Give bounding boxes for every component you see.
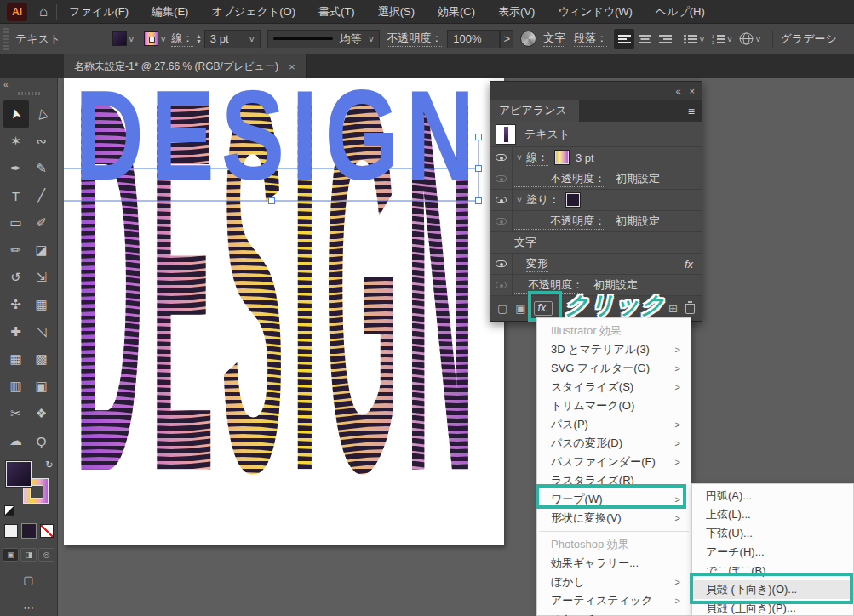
- opacity-label[interactable]: 不透明度：: [513, 171, 605, 187]
- stroke-opacity-row[interactable]: 不透明度： 初期設定: [490, 168, 702, 190]
- visibility-toggle[interactable]: [490, 147, 513, 168]
- hand-tool[interactable]: ❖: [29, 400, 54, 427]
- delete-item-button[interactable]: [685, 304, 695, 314]
- graph-tool[interactable]: ▥: [3, 373, 29, 400]
- menubar-item[interactable]: ファイル(F): [69, 4, 129, 20]
- eraser-tool[interactable]: ◪: [29, 237, 54, 264]
- width-tool[interactable]: ✣: [3, 291, 29, 318]
- none-button[interactable]: [40, 524, 54, 538]
- numbered-list-dropdown[interactable]: 12 ˅: [712, 34, 732, 44]
- shape-builder-tool[interactable]: ✚: [3, 318, 29, 345]
- symbol-sprayer-tool[interactable]: ☁: [3, 427, 29, 454]
- visibility-toggle[interactable]: [490, 211, 513, 231]
- artboard-tool[interactable]: ▣: [29, 373, 54, 400]
- add-new-fill-button[interactable]: ▣: [515, 302, 525, 315]
- duplicate-item-button[interactable]: ⊞: [668, 302, 678, 315]
- characters-row[interactable]: 文字: [490, 232, 702, 254]
- visibility-toggle[interactable]: [490, 190, 513, 210]
- screen-mode-button[interactable]: ▢: [0, 573, 57, 586]
- add-new-stroke-button[interactable]: ▢: [497, 302, 507, 315]
- line-segment-tool[interactable]: ╱: [29, 182, 54, 209]
- stroke-profile-select[interactable]: 均等 ˅: [267, 30, 380, 48]
- rectangle-tool[interactable]: ▭: [3, 209, 29, 237]
- draw-normal-button[interactable]: ▣: [3, 548, 19, 562]
- close-panel-icon[interactable]: ×: [690, 86, 695, 96]
- stroke-label-link[interactable]: 線：: [171, 31, 193, 47]
- menubar-item[interactable]: 効果(C): [438, 4, 475, 20]
- menu-item-artistic[interactable]: アーティスティック >: [537, 591, 691, 610]
- menu-item-trim-marks[interactable]: トリムマーク(O): [537, 396, 691, 415]
- menubar-item[interactable]: 選択(S): [378, 4, 415, 20]
- mesh-tool[interactable]: ▦: [3, 345, 29, 373]
- stroke-swatch[interactable]: [144, 31, 158, 46]
- submenu-item-arc-upper[interactable]: 下弦(U)...: [692, 524, 853, 543]
- visibility-toggle[interactable]: [490, 275, 513, 295]
- artboard[interactable]: DESIGN DESIGN: [64, 78, 504, 545]
- selection-tool[interactable]: ➤: [3, 100, 29, 128]
- design-artwork[interactable]: DESIGN DESIGN: [64, 78, 504, 545]
- draw-behind-button[interactable]: ◨: [20, 548, 37, 562]
- visibility-toggle[interactable]: [490, 168, 513, 189]
- submenu-item-shell-lower[interactable]: 貝殻 (下向き)(O)...: [692, 580, 853, 599]
- submenu-item-bulge[interactable]: でこぼこ(B)...: [692, 562, 853, 580]
- fill-swatch[interactable]: [112, 31, 127, 46]
- type-tool[interactable]: T: [3, 182, 29, 209]
- direct-selection-tool[interactable]: ▷: [29, 100, 54, 128]
- menubar-item[interactable]: ヘルプ(H): [656, 4, 705, 20]
- rotate-tool[interactable]: ↺: [3, 264, 29, 291]
- stroke-weight-select[interactable]: 3 pt ˅: [204, 30, 261, 48]
- align-right-button[interactable]: [655, 29, 675, 49]
- menu-header-photoshop-effects[interactable]: Photoshop 効果: [537, 535, 691, 554]
- shaper-tool[interactable]: ✏: [3, 237, 29, 264]
- fill-proxy-swatch[interactable]: [6, 461, 32, 487]
- opacity-label[interactable]: 不透明度：: [513, 214, 605, 230]
- panel-grip[interactable]: [3, 28, 9, 50]
- character-link[interactable]: 文字: [543, 31, 565, 47]
- fill-color-swatch[interactable]: [566, 193, 580, 207]
- visibility-toggle[interactable]: [490, 254, 513, 274]
- recolor-artwork-icon[interactable]: [520, 31, 536, 47]
- opacity-expand-button[interactable]: >: [500, 30, 513, 48]
- chevron-down-icon[interactable]: ˅: [513, 196, 526, 205]
- tab-appearance[interactable]: アピアランス: [490, 100, 579, 122]
- zoom-tool[interactable]: Ϙ: [29, 427, 54, 454]
- home-icon[interactable]: ⌂: [39, 3, 48, 20]
- menu-item-stylize[interactable]: スタイライズ(S) >: [537, 378, 691, 396]
- bullet-list-dropdown[interactable]: ˅: [684, 34, 704, 44]
- menubar-item[interactable]: オブジェクト(O): [211, 4, 295, 20]
- menu-item-svg-filters[interactable]: SVG フィルター(G) >: [537, 359, 691, 378]
- blue-word[interactable]: DESIGN: [75, 78, 481, 206]
- stepper-down-icon[interactable]: ▼: [196, 39, 202, 44]
- gradient-tool[interactable]: ▩: [29, 345, 54, 373]
- menu-item-warp[interactable]: ワープ(W) >: [537, 490, 691, 509]
- lasso-tool[interactable]: ∾: [29, 128, 54, 155]
- default-fill-stroke-icon[interactable]: [4, 505, 14, 516]
- paragraph-link[interactable]: 段落：: [574, 31, 607, 47]
- menu-item-distort-transform[interactable]: パスの変形(D) >: [537, 434, 691, 453]
- opacity-label-link[interactable]: 不透明度：: [387, 31, 442, 47]
- menu-item-convert-to-shape[interactable]: 形状に変換(V) >: [537, 509, 691, 528]
- stroke-color-dropdown[interactable]: ˅: [144, 31, 165, 46]
- chevron-down-icon[interactable]: ˅: [513, 153, 526, 163]
- free-transform-tool[interactable]: ▦: [29, 291, 54, 318]
- transform-effect-row[interactable]: 変形 fx: [490, 254, 702, 275]
- menubar-item[interactable]: 編集(E): [152, 4, 188, 20]
- collapse-panel-icon[interactable]: «: [675, 86, 680, 96]
- toolbar-grip[interactable]: [18, 92, 40, 95]
- menu-item-effect-gallery[interactable]: 効果ギャラリー...: [537, 554, 691, 573]
- gradient-link[interactable]: グラデーシ: [781, 31, 837, 47]
- magic-wand-tool[interactable]: ✶: [3, 128, 29, 155]
- menu-item-rasterize[interactable]: ラスタライズ(R): [537, 471, 691, 490]
- menu-header-illustrator-effects[interactable]: Illustrator 効果: [537, 322, 691, 340]
- submenu-item-shell-upper[interactable]: 貝殻 (上向き)(P)...: [692, 599, 853, 616]
- fill-row[interactable]: ˅ 塗り：: [490, 190, 702, 211]
- curvature-tool[interactable]: ✎: [29, 155, 54, 182]
- close-tab-icon[interactable]: ×: [289, 60, 295, 73]
- add-new-effect-button[interactable]: fx.: [534, 301, 553, 316]
- submenu-item-arc[interactable]: 円弧(A)...: [692, 487, 853, 505]
- menu-item-sketch[interactable]: スケッチ >: [537, 610, 691, 616]
- paintbrush-tool[interactable]: ✐: [29, 209, 54, 237]
- scale-tool[interactable]: ⇲: [29, 264, 54, 291]
- opacity-input[interactable]: 100%: [447, 30, 500, 48]
- perspective-grid-tool[interactable]: ◹: [29, 318, 54, 345]
